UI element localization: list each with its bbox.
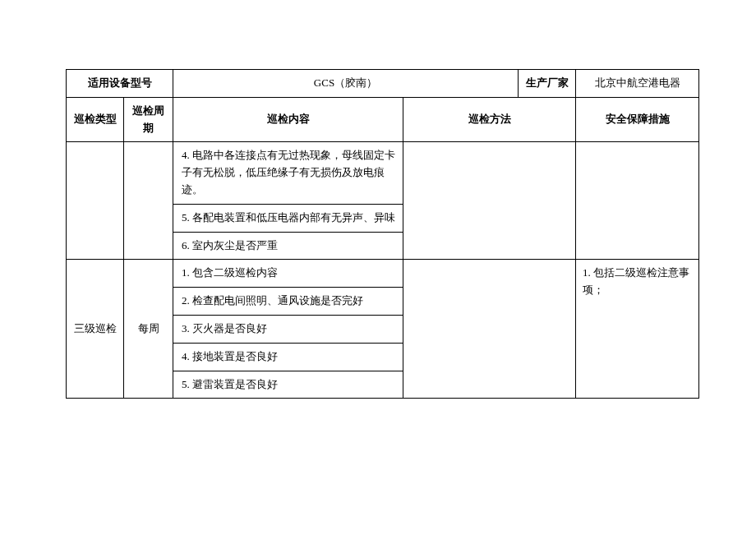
col-type: 巡检类型 [67,97,124,142]
manufacturer-label: 生产厂家 [519,70,576,98]
col-method: 巡检方法 [403,97,576,142]
col-safety: 安全保障措施 [576,97,699,142]
group2-safety: 1. 包括二级巡检注意事项； [576,260,699,399]
inspection-table: 适用设备型号 GCS（胶南） 生产厂家 北京中航空港电器 巡检类型 巡检周期 巡… [66,69,699,399]
table-row: 4. 电路中各连接点有无过热现象，母线固定卡子有无松脱，低压绝缘子有无损伤及放电… [67,142,699,204]
group1-method [403,142,576,260]
table-row: 三级巡检 每周 1. 包含二级巡检内容 1. 包括二级巡检注意事项； [67,260,699,288]
group2-cycle: 每周 [124,260,173,399]
header-row-2: 巡检类型 巡检周期 巡检内容 巡检方法 安全保障措施 [67,97,699,142]
model-value: GCS（胶南） [173,70,519,98]
group2-type: 三级巡检 [67,260,124,399]
col-content: 巡检内容 [173,97,403,142]
manufacturer-value: 北京中航空港电器 [576,70,699,98]
group1-cycle [124,142,173,260]
group1-safety [576,142,699,260]
group1-item: 4. 电路中各连接点有无过热现象，母线固定卡子有无松脱，低压绝缘子有无损伤及放电… [173,142,403,204]
group2-item: 3. 灭火器是否良好 [173,315,403,343]
group2-item: 2. 检查配电间照明、通风设施是否完好 [173,288,403,316]
group2-item: 4. 接地装置是否良好 [173,343,403,371]
group1-item: 5. 各配电装置和低压电器内部有无异声、异味 [173,204,403,232]
group2-item: 1. 包含二级巡检内容 [173,260,403,288]
group1-item: 6. 室内灰尘是否严重 [173,232,403,260]
header-row-1: 适用设备型号 GCS（胶南） 生产厂家 北京中航空港电器 [67,70,699,98]
col-cycle: 巡检周期 [124,97,173,142]
group2-method [403,260,576,399]
group2-item: 5. 避雷装置是否良好 [173,371,403,399]
model-label: 适用设备型号 [67,70,173,98]
group1-type [67,142,124,260]
